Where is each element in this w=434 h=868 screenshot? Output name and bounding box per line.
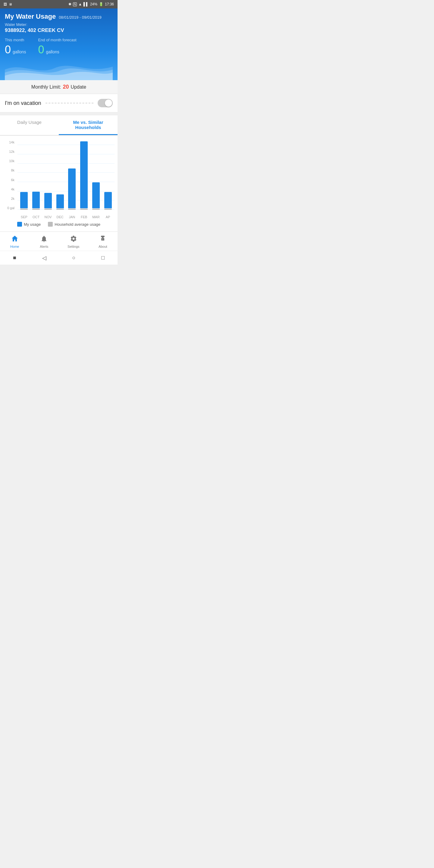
bar-group-nov xyxy=(43,141,54,210)
toggle-knob xyxy=(105,99,112,107)
legend-box-gray xyxy=(48,222,53,227)
x-label-dec: DEC xyxy=(55,215,65,219)
y-label-2k: 2k xyxy=(3,197,16,200)
battery-level: 24% xyxy=(90,2,97,6)
bluetooth-icon: ✱ xyxy=(68,2,71,6)
monthly-limit-bar: Monthly Limit: 20 Update xyxy=(0,80,118,94)
bar-group-oct xyxy=(31,141,41,210)
clock: 17:36 xyxy=(105,2,114,6)
y-label-6k: 6k xyxy=(3,178,16,182)
bar-my-usage-feb xyxy=(80,141,88,208)
bar-group-dec xyxy=(55,141,65,210)
bar-avg-sep xyxy=(20,209,28,210)
y-label-8k: 8k xyxy=(3,168,16,172)
tab-me-vs-households[interactable]: Me vs. Similar Households xyxy=(59,116,118,135)
x-label-ap: AP xyxy=(102,215,113,219)
monthly-limit-update[interactable]: Update xyxy=(71,84,87,90)
this-month-value: 0 xyxy=(5,43,11,56)
android-menu-btn[interactable]: ■ xyxy=(13,255,16,261)
monthly-limit-label: Monthly Limit: xyxy=(31,84,61,90)
bar-my-usage-jan xyxy=(68,168,76,208)
bar-avg-jan xyxy=(68,209,76,210)
legend-avg-usage: Household average usage xyxy=(48,222,100,227)
nav-home[interactable]: Home xyxy=(0,232,30,251)
image-icon: 🖼 xyxy=(4,2,7,6)
meter-label: Water Meter: xyxy=(5,22,113,27)
x-label-nov: NOV xyxy=(43,215,54,219)
android-home-btn[interactable]: ○ xyxy=(72,255,75,261)
forecast-label: End of month forecast xyxy=(38,38,76,42)
android-nav: ■ ◁ ○ □ xyxy=(0,251,118,265)
status-right-icons: ✱ N ▲ ▌▌ 24% 🔋 17:36 xyxy=(68,2,114,6)
x-label-jan: JAN xyxy=(67,215,78,219)
bar-group-mar xyxy=(91,141,101,210)
vacation-toggle[interactable] xyxy=(98,99,113,107)
monthly-limit-value: 20 xyxy=(63,84,69,90)
vacation-divider xyxy=(45,103,94,103)
tab-daily-usage[interactable]: Daily Usage xyxy=(0,116,59,135)
bar-group-ap xyxy=(102,141,113,210)
bar-avg-dec xyxy=(56,209,64,210)
legend-my-usage: My usage xyxy=(17,222,41,227)
bar-avg-ap xyxy=(104,209,112,210)
status-bar: 🖼 🖥 ✱ N ▲ ▌▌ 24% 🔋 17:36 xyxy=(0,0,118,8)
about-icon xyxy=(99,235,107,244)
nav-alerts-label: Alerts xyxy=(40,245,48,248)
bar-avg-oct xyxy=(32,209,40,210)
x-label-mar: MAR xyxy=(91,215,101,219)
forecast-value: 0 xyxy=(38,43,44,56)
bar-my-usage-ap xyxy=(104,192,112,208)
x-label-feb: FEB xyxy=(79,215,90,219)
forecast-unit: gallons xyxy=(46,50,59,54)
this-month-label: This month xyxy=(5,38,26,42)
bar-my-usage-oct xyxy=(32,192,40,208)
vacation-row: I'm on vacation xyxy=(0,94,118,113)
signal-icon: ▌▌ xyxy=(84,2,89,6)
x-labels: SEPOCTNOVDECJANFEBMARAP xyxy=(18,215,115,219)
nav-about[interactable]: About xyxy=(88,232,118,251)
bottom-nav: Home Alerts Settings About xyxy=(0,231,118,251)
settings-icon xyxy=(70,235,78,244)
legend-avg-label: Household average usage xyxy=(55,222,100,227)
alerts-icon xyxy=(40,235,48,244)
nav-settings[interactable]: Settings xyxy=(59,232,88,251)
legend-box-blue xyxy=(17,222,22,227)
header: My Water Usage 08/01/2019 - 09/01/2019 W… xyxy=(0,8,118,80)
home-icon xyxy=(11,235,19,244)
nav-alerts[interactable]: Alerts xyxy=(30,232,59,251)
date-range: 08/01/2019 - 09/01/2019 xyxy=(59,15,101,20)
bars-row xyxy=(18,141,115,210)
y-label-4k: 4k xyxy=(3,187,16,191)
y-label-12k: 12k xyxy=(3,150,16,153)
app-title: My Water Usage xyxy=(5,13,56,21)
bar-group-feb xyxy=(79,141,90,210)
bar-my-usage-mar xyxy=(92,182,100,208)
wifi-icon: ▲ xyxy=(79,2,82,6)
android-back-btn[interactable]: ◁ xyxy=(42,255,46,261)
tabs-container: Daily Usage Me vs. Similar Households xyxy=(0,116,118,135)
y-label-10k: 10k xyxy=(3,159,16,163)
bar-my-usage-nov xyxy=(44,193,52,208)
nav-about-label: About xyxy=(98,245,107,248)
nav-settings-label: Settings xyxy=(67,245,80,248)
meter-value: 9388922, 402 CREEK CV xyxy=(5,27,113,33)
bar-chart: 0 gal 2k 4k 6k 8k 10k 12k 14k SEPOCTNOVD… xyxy=(3,141,115,219)
y-axis: 0 gal 2k 4k 6k 8k 10k 12k 14k xyxy=(3,141,16,210)
nfc-icon: N xyxy=(73,2,77,6)
monitor-icon: 🖥 xyxy=(9,2,12,6)
bar-group-jan xyxy=(67,141,78,210)
bar-avg-mar xyxy=(92,209,100,210)
chart-container: 0 gal 2k 4k 6k 8k 10k 12k 14k SEPOCTNOVD… xyxy=(0,135,118,231)
y-label-14k: 14k xyxy=(3,141,16,144)
x-label-oct: OCT xyxy=(31,215,41,219)
nav-home-label: Home xyxy=(10,245,19,248)
bar-my-usage-dec xyxy=(56,194,64,208)
x-label-sep: SEP xyxy=(19,215,30,219)
bar-group-sep xyxy=(19,141,30,210)
wave-decoration xyxy=(5,59,113,80)
vacation-label: I'm on vacation xyxy=(5,100,41,106)
y-label-0: 0 gal xyxy=(3,206,16,210)
android-recent-btn[interactable]: □ xyxy=(101,255,104,261)
battery-icon: 🔋 xyxy=(99,2,103,6)
status-left-icons: 🖼 🖥 xyxy=(4,2,12,6)
